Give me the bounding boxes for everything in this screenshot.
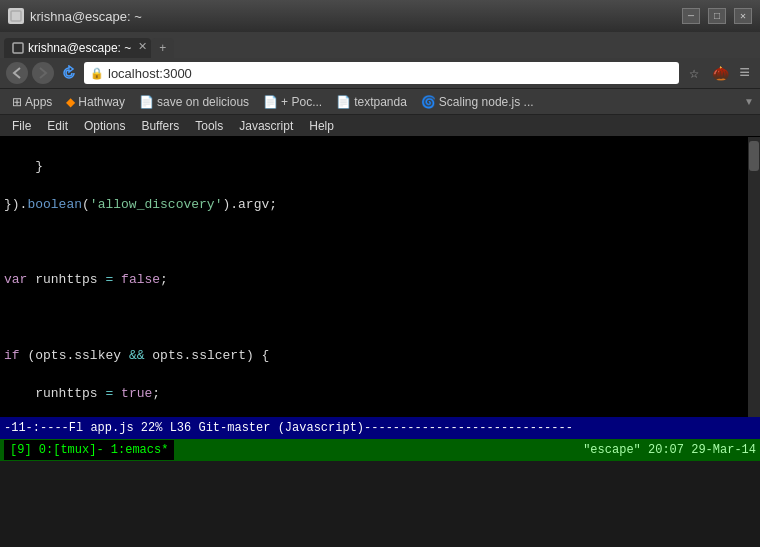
menu-edit[interactable]: Edit: [39, 117, 76, 135]
extension-icon[interactable]: 🌰: [709, 62, 731, 84]
hathway-label: Hathway: [78, 95, 125, 109]
back-button[interactable]: [6, 62, 28, 84]
poc-icon: 📄: [263, 95, 278, 109]
menu-options[interactable]: Options: [76, 117, 133, 135]
menu-javascript[interactable]: Javascript: [231, 117, 301, 135]
apps-grid-icon: ⊞: [12, 95, 22, 109]
active-tab[interactable]: krishna@escape: ~ ✕: [4, 38, 151, 58]
window-icon: [8, 8, 24, 24]
lock-icon: 🔒: [90, 67, 104, 80]
editor-menu-bar: File Edit Options Buffers Tools Javascri…: [0, 115, 760, 137]
browser-menu-button[interactable]: ≡: [735, 63, 754, 83]
refresh-button[interactable]: [58, 62, 80, 84]
menu-file[interactable]: File: [4, 117, 39, 135]
apps-label: Apps: [25, 95, 52, 109]
bookmark-apps[interactable]: ⊞ Apps: [6, 93, 58, 111]
save-delicious-icon: 📄: [139, 95, 154, 109]
close-window-button[interactable]: ✕: [734, 8, 752, 24]
textpanda-icon: 📄: [336, 95, 351, 109]
svg-rect-1: [13, 43, 23, 53]
bookmarks-overflow-button[interactable]: ▼: [744, 96, 754, 107]
bookmark-save-delicious[interactable]: 📄 save on delicious: [133, 93, 255, 111]
bookmark-star-button[interactable]: ☆: [683, 62, 705, 84]
new-tab[interactable]: +: [151, 38, 174, 58]
menu-help[interactable]: Help: [301, 117, 342, 135]
code-editor[interactable]: } }).boolean('allow_discovery').argv; va…: [0, 137, 760, 417]
tmux-bar: [9] 0:[tmux]- 1:emacs* "escape" 20:07 29…: [0, 439, 760, 461]
address-bar[interactable]: 🔒 localhost:3000: [84, 62, 679, 84]
window-title: krishna@escape: ~: [30, 9, 674, 24]
close-button[interactable]: ─: [682, 8, 700, 24]
bookmark-hathway[interactable]: ◆ Hathway: [60, 93, 131, 111]
textpanda-label: textpanda: [354, 95, 407, 109]
vertical-scrollbar[interactable]: [748, 137, 760, 417]
tab-bar: krishna@escape: ~ ✕ +: [0, 32, 760, 58]
forward-button[interactable]: [32, 62, 54, 84]
menu-buffers[interactable]: Buffers: [133, 117, 187, 135]
menu-tools[interactable]: Tools: [187, 117, 231, 135]
titlebar: krishna@escape: ~ ─ □ ✕: [0, 0, 760, 32]
maximize-button[interactable]: □: [708, 8, 726, 24]
scaling-node-icon: 🌀: [421, 95, 436, 109]
tmux-window-label[interactable]: [9] 0:[tmux]- 1:emacs*: [4, 440, 174, 460]
tab-close-icon[interactable]: ✕: [138, 40, 147, 53]
editor-area: } }).boolean('allow_discovery').argv; va…: [0, 137, 760, 417]
browser-chrome: 🔒 localhost:3000 ☆ 🌰 ≡: [0, 58, 760, 89]
scaling-node-label: Scaling node.js ...: [439, 95, 534, 109]
tmux-status-right: "escape" 20:07 29-Mar-14: [583, 443, 756, 457]
svg-rect-0: [11, 11, 21, 21]
tmux-windows: [9] 0:[tmux]- 1:emacs*: [4, 440, 583, 460]
editor-status-bar: -11-:----Fl app.js 22% L36 Git-master (J…: [0, 417, 760, 439]
tab-label: krishna@escape: ~: [28, 41, 131, 55]
bookmark-poc[interactable]: 📄 + Poc...: [257, 93, 328, 111]
bookmarks-bar: ⊞ Apps ◆ Hathway 📄 save on delicious 📄 +…: [0, 89, 760, 115]
save-delicious-label: save on delicious: [157, 95, 249, 109]
url-text: localhost:3000: [108, 66, 192, 81]
poc-label: + Poc...: [281, 95, 322, 109]
bookmark-scaling-node[interactable]: 🌀 Scaling node.js ...: [415, 93, 540, 111]
status-text: -11-:----Fl app.js 22% L36 Git-master (J…: [4, 421, 756, 435]
hathway-icon: ◆: [66, 95, 75, 109]
scrollbar-thumb[interactable]: [749, 141, 759, 171]
bookmark-textpanda[interactable]: 📄 textpanda: [330, 93, 413, 111]
